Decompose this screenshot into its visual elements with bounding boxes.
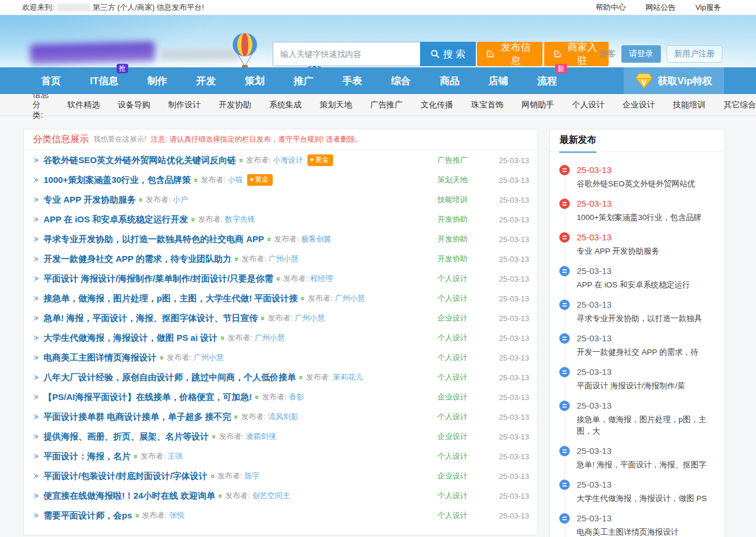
category-link[interactable]: 其它综合 bbox=[724, 100, 756, 110]
register-button[interactable]: 新用户注册 bbox=[667, 45, 722, 63]
listing-title-link[interactable]: 大学生代做海报，海报设计，做图 PS ai 设计 bbox=[44, 333, 218, 344]
publisher-name-link[interactable]: 数字先锋 bbox=[225, 214, 255, 225]
publisher-name-link[interactable]: 广州小慧 bbox=[295, 313, 325, 323]
login-button[interactable]: 请登录 bbox=[621, 45, 661, 63]
publisher-name-link[interactable]: 广州小慧 bbox=[269, 254, 299, 264]
listing-category-link[interactable]: 开发协助 bbox=[437, 234, 479, 244]
listing-category-link[interactable]: 企业设计 bbox=[437, 313, 479, 323]
publisher-name-link[interactable]: 陈宇 bbox=[244, 471, 259, 481]
publisher-name-link[interactable]: 广州小慧 bbox=[335, 293, 365, 304]
listing-title-link[interactable]: 平面设计/包装设计/封底封面设计/字体设计 bbox=[44, 471, 208, 482]
publisher-name-link[interactable]: 茉莉花儿 bbox=[333, 372, 363, 383]
nav-item-watch[interactable]: 手表 bbox=[339, 74, 365, 88]
listing-title-link[interactable]: 开发一款健身社交 APP 的需求，待专业团队助力 bbox=[44, 254, 231, 265]
listing-category-link[interactable]: 个人设计 bbox=[437, 352, 479, 363]
publisher-name-link[interactable]: 香影 bbox=[289, 392, 304, 402]
listing-title-link[interactable]: 急单! 海报，平面设计，海报、抠图字体设计、节日宣传 bbox=[44, 313, 258, 324]
topbar-link-help-center[interactable]: 帮助中心 bbox=[595, 2, 625, 13]
timeline-title-link[interactable]: 电商美工主图详情页海报设计 bbox=[577, 527, 718, 537]
category-link[interactable]: 系统集成 bbox=[269, 100, 302, 110]
publisher-name-link[interactable]: 创艺空间主 bbox=[252, 491, 290, 501]
nav-item-goods[interactable]: 商品 bbox=[437, 74, 462, 88]
nav-item-shop[interactable]: 店铺 bbox=[486, 74, 511, 88]
category-link[interactable]: 软件精选 bbox=[67, 100, 100, 110]
listing-title-link[interactable]: 八年大厂设计经验，原创自由设计师，跳过中间商，个人低价接单 bbox=[44, 372, 296, 383]
publish-info-button[interactable]: 发布信息 bbox=[477, 42, 542, 66]
publisher-name-link[interactable]: 广州小慧 bbox=[194, 352, 224, 363]
category-link[interactable]: 开发协助 bbox=[219, 100, 251, 110]
nav-item-it-info[interactable]: IT信息抢 bbox=[87, 74, 121, 88]
timeline-title-link[interactable]: 接急单，做海报，图片处理，p图，主图，大 bbox=[577, 414, 718, 437]
listing-title-link[interactable]: 便宜接在线做海报啦!！24小时在线 欢迎询单 bbox=[44, 491, 215, 502]
listing-category-link[interactable]: 企业设计 bbox=[437, 471, 479, 481]
timeline-title-link[interactable]: 大学生代做海报，海报设计，做图 PS bbox=[577, 493, 718, 504]
timeline-title-link[interactable]: 寻求专业开发协助，以打造一款独具 bbox=[577, 313, 718, 325]
category-link[interactable]: 文化传播 bbox=[421, 100, 453, 110]
nav-item-process[interactable]: 流程新 bbox=[534, 74, 560, 88]
site-logo[interactable] bbox=[30, 42, 239, 66]
listing-title-link[interactable]: APP 在 iOS 和安卓系统稳定运行开发 bbox=[44, 214, 188, 225]
listing-title-link[interactable]: 寻求专业开发协助，以打造一款独具特色的社交电商 APP bbox=[44, 234, 264, 245]
panel-subtitle-gray[interactable]: 我也要在这展示! bbox=[93, 135, 146, 145]
publisher-name-link[interactable]: 小海设计 bbox=[273, 155, 303, 165]
timeline-title-link[interactable]: 1000+策划案涵盖30行业，包含品牌 bbox=[577, 212, 718, 224]
nav-item-home[interactable]: 首页 bbox=[38, 74, 64, 88]
listing-category-link[interactable]: 开发协助 bbox=[437, 254, 479, 264]
listing-title-link[interactable]: 专业 APP 开发协助服务 bbox=[44, 194, 136, 206]
category-link[interactable]: 个人设计 bbox=[572, 100, 605, 110]
listing-category-link[interactable]: 开发协助 bbox=[437, 214, 479, 225]
publisher-name-link[interactable]: 张悦 bbox=[169, 510, 184, 521]
listing-category-link[interactable]: 个人设计 bbox=[437, 333, 479, 343]
category-link[interactable]: 企业设计 bbox=[623, 100, 655, 110]
listing-category-link[interactable]: 广告推广 bbox=[437, 155, 479, 165]
listing-category-link[interactable]: 个人设计 bbox=[437, 451, 479, 462]
publisher-name-link[interactable]: 凌霜剑侠 bbox=[246, 431, 276, 442]
search-input[interactable] bbox=[273, 42, 420, 66]
listing-title-link[interactable]: 电商美工主图详情页海报设计 bbox=[44, 352, 157, 363]
listing-category-link[interactable]: 个人设计 bbox=[437, 372, 479, 383]
category-link[interactable]: 广告推广 bbox=[370, 100, 403, 110]
listing-category-link[interactable]: 策划天地 bbox=[437, 175, 479, 185]
listing-category-link[interactable]: 技能培训 bbox=[437, 194, 479, 205]
timeline-title-link[interactable]: 平面设计 海报设计/海报制作/菜 bbox=[577, 380, 718, 392]
timeline-title-link[interactable]: 急单! 海报，平面设计，海报、抠图字 bbox=[577, 459, 718, 471]
publisher-name-link[interactable]: 广州小慧 bbox=[255, 333, 285, 343]
listing-title-link[interactable]: 需要平面设计师，会ps bbox=[44, 510, 132, 521]
nav-item-planning[interactable]: 策划 bbox=[242, 74, 267, 88]
publisher-name-link[interactable]: 流风剑影 bbox=[268, 412, 298, 422]
topbar-link-site-notice[interactable]: 网站公告 bbox=[645, 2, 675, 13]
listing-category-link[interactable]: 个人设计 bbox=[437, 510, 479, 521]
category-link[interactable]: 设备导购 bbox=[118, 100, 150, 110]
listing-title-link[interactable]: 平面设计 海报设计/海报制作/菜单制作/封面设计/只要是你需 bbox=[44, 273, 273, 284]
listing-category-link[interactable]: 个人设计 bbox=[437, 412, 479, 422]
category-link[interactable]: 珠宝首饰 bbox=[471, 100, 504, 110]
nav-item-promotion[interactable]: 推广 bbox=[291, 74, 316, 88]
publisher-name-link[interactable]: 程经理 bbox=[310, 273, 333, 284]
category-link[interactable]: 策划天地 bbox=[320, 100, 352, 110]
listing-title-link[interactable]: 接急单，做海报，图片处理，p图，主图，大学生代做! 平面设计接 bbox=[44, 293, 298, 304]
vip-privilege-button[interactable]: V 获取Vip特权 bbox=[624, 67, 724, 94]
listing-category-link[interactable]: 个人设计 bbox=[437, 491, 479, 501]
nav-item-development[interactable]: 开发 bbox=[193, 74, 219, 88]
listing-title-link[interactable]: 1000+策划案涵盖30行业，包含品牌策 bbox=[44, 175, 191, 186]
timeline-title-link[interactable]: 开发一款健身社交 APP 的需求，待 bbox=[577, 347, 718, 358]
listing-title-link[interactable]: 提供海报、画册、折页、展架、名片等设计 bbox=[44, 431, 209, 442]
topbar-link-vip-service[interactable]: Vip服务 bbox=[695, 2, 721, 13]
listing-title-link[interactable]: 【PS/AI海报平面设计】在线接单，价格便宜，可加急! bbox=[44, 392, 252, 403]
timeline-title-link[interactable]: APP 在 iOS 和安卓系统稳定运行 bbox=[577, 279, 718, 291]
timeline-title-link[interactable]: 专业 APP 开发协助服务 bbox=[577, 246, 718, 257]
publisher-name-link[interactable]: 小猫 bbox=[228, 175, 243, 185]
listing-title-link[interactable]: 平面设计接单群 电商设计接单，单子超多 接不完 bbox=[44, 412, 231, 423]
nav-item-production[interactable]: 制作 bbox=[144, 74, 170, 88]
timeline-title-link[interactable]: 谷歌外链SEO英文外链外贸网站优 bbox=[577, 178, 718, 190]
listing-category-link[interactable]: 企业设计 bbox=[437, 431, 479, 442]
listing-title-link[interactable]: 平面设计：海报，名片 bbox=[44, 451, 131, 462]
listing-category-link[interactable]: 个人设计 bbox=[437, 273, 479, 284]
category-link[interactable]: 技能培训 bbox=[673, 100, 706, 110]
listing-category-link[interactable]: 个人设计 bbox=[437, 293, 479, 304]
publisher-name-link[interactable]: 小户 bbox=[173, 194, 188, 205]
search-button[interactable]: 搜 索 bbox=[420, 42, 476, 66]
publisher-name-link[interactable]: 极客创翼 bbox=[301, 234, 331, 244]
nav-item-comprehensive[interactable]: 综合 bbox=[388, 74, 414, 88]
listing-title-link[interactable]: 谷歌外链SEO英文外链外贸网站优化关键词反向链 bbox=[44, 155, 236, 166]
